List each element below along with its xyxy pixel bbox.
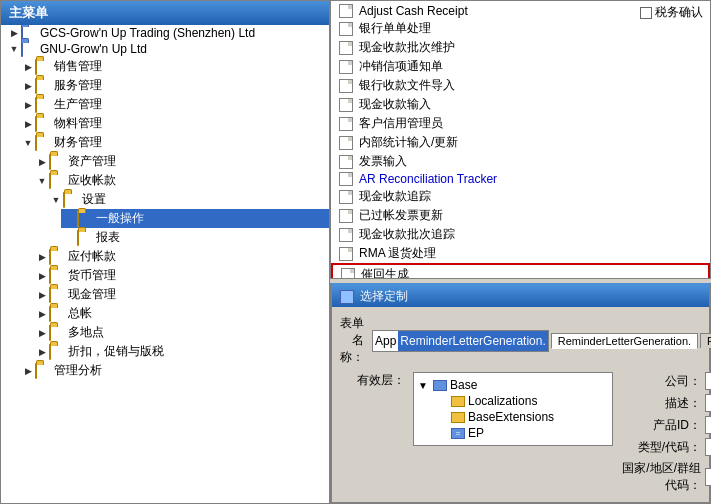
country-input[interactable] [705,468,711,486]
tree-label: GCS-Grow'n Up Trading (Shenzhen) Ltd [40,26,255,40]
layer-label: 有效层： [340,372,405,389]
menu-tree[interactable]: ▶ GCS-Grow'n Up Trading (Shenzhen) Ltd ▼… [1,25,329,503]
tree-label: 应收帐款 [68,172,116,189]
menu-item-rma[interactable]: RMA 退货处理 [331,244,710,263]
menu-item-cash-trace[interactable]: 现金收款追踪 [331,187,710,206]
tree-item-settings[interactable]: ▼ 设置 [47,190,329,209]
menu-item-bank-process[interactable]: 银行单单处理 [331,19,710,38]
expand-icon[interactable]: ▶ [21,117,35,131]
expand-icon[interactable]: ▶ [35,155,49,169]
product-id-row: 产品ID： [621,416,711,434]
tree-item-ar[interactable]: ▼ 应收帐款 [33,171,329,190]
folder-icon-yellow [49,174,65,188]
desc-input[interactable] [705,394,711,412]
form-name-highlighted[interactable]: ReminderLetterGeneration. [398,331,547,351]
left-panel: 主菜单 ▶ GCS-Grow'n Up Trading (Shenzhen) L… [0,0,330,504]
expand-icon[interactable]: ▼ [35,174,49,188]
menu-item-batch-recv[interactable]: 现金收款输入 [331,95,710,114]
doc-icon [339,172,355,186]
tree-node-base[interactable]: ▼ Base [418,377,608,393]
right-panel: 税务确认 Adjust Cash Receipt 银行单单处理 现金收款批次维护… [330,0,711,504]
tree-item-gnu[interactable]: ▼ GNU-Grow'n Up Ltd [5,41,329,57]
folder-icon-yellow [35,79,51,93]
tree-node-localizations[interactable]: Localizations [436,393,608,409]
tree-item-ap[interactable]: ▶ 应付帐款 [33,247,329,266]
desc-label: 描述： [621,395,701,412]
expand-icon[interactable]: ▶ [21,364,35,378]
menu-item-batch-trace[interactable]: 现金收款批次追踪 [331,225,710,244]
tree-item-cash[interactable]: ▶ 现金管理 [33,285,329,304]
expand-icon [63,231,77,245]
expand-icon[interactable]: ▶ [35,269,49,283]
menu-item-label: 银行单单处理 [359,20,431,37]
doc-icon [339,98,355,112]
tax-confirm-area: 税务确认 [640,4,703,21]
menu-item-void-notice[interactable]: 冲销信项通知单 [331,57,710,76]
expand-icon[interactable]: ▶ [21,79,35,93]
folder-icon-yellow [49,326,65,340]
tax-confirm-checkbox[interactable] [640,7,652,19]
tree-item-gl[interactable]: ▶ 总帐 [33,304,329,323]
expand-icon[interactable]: ▶ [35,307,49,321]
layer-tree: ▼ Base Localizations [413,372,613,446]
tree-node-ep[interactable]: = EP [436,425,608,441]
country-row: 国家/地区/群组代码： [621,460,711,494]
tree-item-discount[interactable]: ▶ 折扣，促销与版税 [33,342,329,361]
doc-icon [339,228,355,242]
product-id-input[interactable] [705,416,711,434]
expand-icon[interactable]: ▼ [49,193,63,207]
expand-icon[interactable]: ▶ [21,98,35,112]
tree-item-currency[interactable]: ▶ 货币管理 [33,266,329,285]
main-menu-title: 主菜单 [9,5,48,20]
menu-item-ar-tracker[interactable]: AR Reconciliation Tracker [331,171,710,187]
desc-row: 描述： [621,394,711,412]
menu-item-bank-file[interactable]: 银行收款文件导入 [331,76,710,95]
menu-item-invoice-update[interactable]: 已过帐发票更新 [331,206,710,225]
menu-item-label: 内部统计输入/更新 [359,134,458,151]
node-label: Localizations [468,394,537,408]
type-code-input[interactable] [705,438,711,456]
menu-item-reminder[interactable]: 催回生成 [331,263,710,279]
expand-icon[interactable]: ▶ [35,288,49,302]
tab-2[interactable]: ReminderLetterGener [700,333,711,348]
expand-icon[interactable]: ▶ [35,345,49,359]
folder-icon-yellow [63,193,79,207]
company-input[interactable] [705,372,711,390]
tab-1[interactable]: ReminderLetterGeneration. [551,333,698,349]
menu-item-credit-mgr[interactable]: 客户信用管理员 [331,114,710,133]
form-name-row: 表单名称： App ReminderLetterGeneration. Remi… [340,315,701,366]
tree-label: 货币管理 [68,267,116,284]
node-label: BaseExtensions [468,410,554,424]
expand-icon[interactable]: ▼ [21,136,35,150]
tree-item-finance[interactable]: ▼ 财务管理 [19,133,329,152]
folder-icon-ep: = [451,428,465,439]
menu-item-label: 催回生成 [361,266,409,279]
expand-icon[interactable]: ▼ [418,380,430,391]
tree-item-location[interactable]: ▶ 多地点 [33,323,329,342]
layer-row: 有效层： ▼ Base Localizations [340,372,613,446]
tree-item-general-ops[interactable]: 一般操作 [61,209,329,228]
tree-item-sales[interactable]: ▶ 销售管理 [19,57,329,76]
expand-icon[interactable]: ▶ [7,26,21,40]
tree-item-service[interactable]: ▶ 服务管理 [19,76,329,95]
tree-item-reports[interactable]: 报表 [61,228,329,247]
tree-node-baseextensions[interactable]: BaseExtensions [436,409,608,425]
folder-icon-yellow [35,136,51,150]
tree-item-gcs[interactable]: ▶ GCS-Grow'n Up Trading (Shenzhen) Ltd [5,25,329,41]
doc-icon [339,136,355,150]
expand-icon[interactable]: ▶ [21,60,35,74]
tree-item-production[interactable]: ▶ 生产管理 [19,95,329,114]
menu-item-internal[interactable]: 内部统计输入/更新 [331,133,710,152]
expand-icon[interactable]: ▼ [7,42,21,56]
doc-icon [339,117,355,131]
tree-item-assets[interactable]: ▶ 资产管理 [33,152,329,171]
folder-icon-yellow [49,155,65,169]
folder-icon-yellow [49,250,65,264]
folder-icon-yellow [451,396,465,407]
expand-icon[interactable]: ▶ [35,250,49,264]
expand-icon[interactable]: ▶ [35,326,49,340]
menu-item-batch-next[interactable]: 现金收款批次维护 [331,38,710,57]
tree-item-material[interactable]: ▶ 物料管理 [19,114,329,133]
tree-item-mgmt[interactable]: ▶ 管理分析 [19,361,329,380]
menu-item-invoice[interactable]: 发票输入 [331,152,710,171]
